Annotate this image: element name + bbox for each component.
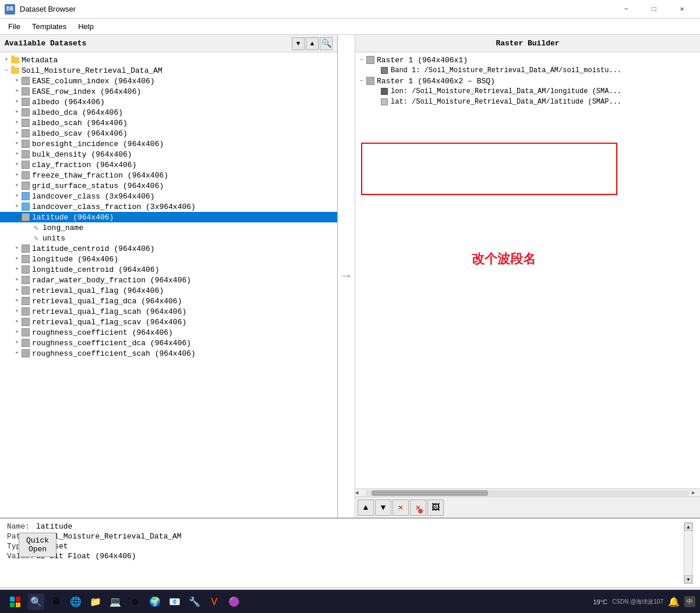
tree-item-albedo_scav[interactable]: +albedo_scav (964x406) xyxy=(0,128,337,139)
expand-roughness_dca[interactable]: + xyxy=(13,339,21,347)
start-button[interactable] xyxy=(5,591,26,612)
hscroll-thumb[interactable] xyxy=(372,490,488,496)
hscroll-left-arrow[interactable]: ◀ xyxy=(355,490,363,496)
tree-item-radar_water[interactable]: +radar_water_body_fraction (964x406) xyxy=(0,275,337,285)
tree-item-roughness_dca[interactable]: +roughness_coefficient_dca (964x406) xyxy=(0,338,337,348)
expand-radar_water[interactable]: + xyxy=(13,276,21,284)
expand-ease_row[interactable]: + xyxy=(13,87,21,95)
tree-item-landcover_fraction[interactable]: +landcover_class_fraction (3x964x406) xyxy=(0,201,337,212)
expand-albedo_scah[interactable]: + xyxy=(13,119,21,127)
tree-item-lon_centroid[interactable]: +longitude_centroid (964x406) xyxy=(0,264,337,275)
tree-item-clay_fraction[interactable]: +clay_fraction (964x406) xyxy=(0,160,337,170)
move-down-button[interactable]: ▼ xyxy=(375,499,391,516)
expand-bulk_density[interactable]: + xyxy=(13,150,21,158)
tree-item-retrieval_qual_scav[interactable]: +retrieval_qual_flag_scav (964x406) xyxy=(0,317,337,327)
delete2-button[interactable]: ✕ xyxy=(410,499,426,516)
info-scroll-down[interactable]: ▼ xyxy=(684,575,692,583)
expand-clay_fraction[interactable]: + xyxy=(13,161,21,169)
hscroll-right-arrow[interactable]: ▶ xyxy=(692,490,700,496)
raster1-expand[interactable]: − xyxy=(358,56,366,64)
menu-templates[interactable]: Templates xyxy=(26,20,72,33)
expand-latitude[interactable]: − xyxy=(13,213,21,221)
expand-retrieval_qual_scav[interactable]: + xyxy=(13,318,21,326)
quick-open-button[interactable]: Quick Open xyxy=(19,533,56,557)
expand-metadata[interactable]: + xyxy=(2,56,10,64)
expand-retrieval_qual_dca[interactable]: + xyxy=(13,297,21,305)
raster2-expand[interactable]: − xyxy=(358,77,366,85)
tree-item-roughness_scah[interactable]: +roughness_coefficient_scah (964x406) xyxy=(0,348,337,359)
tree-item-retrieval_qual_dca[interactable]: +retrieval_qual_flag_dca (964x406) xyxy=(0,296,337,306)
image-button[interactable]: 🖼 xyxy=(427,499,444,516)
expand-freeze_thaw[interactable]: + xyxy=(13,171,21,179)
expand-roughness_coef[interactable]: + xyxy=(13,328,21,336)
expand-soil_moisture[interactable]: − xyxy=(2,66,10,75)
expand-lon_centroid[interactable]: + xyxy=(13,265,21,274)
tree-item-albedo_dca[interactable]: +albedo_dca (964x406) xyxy=(0,107,337,118)
taskbar-icon5[interactable]: ⚙ xyxy=(127,594,143,610)
close-button[interactable]: ✕ xyxy=(669,0,695,19)
expand-lat_centroid[interactable]: + xyxy=(13,245,21,253)
tree-item-albedo[interactable]: +albedo (964x406) xyxy=(0,97,337,107)
maximize-button[interactable]: □ xyxy=(641,0,667,19)
expand-albedo_scav[interactable]: + xyxy=(13,129,21,137)
tree-item-retrieval_qual_scah[interactable]: +retrieval_qual_flag_scah (964x406) xyxy=(0,306,337,317)
taskbar-icon8[interactable]: 🔧 xyxy=(186,594,203,610)
expand-albedo[interactable]: + xyxy=(13,98,21,106)
expand-albedo_dca[interactable]: + xyxy=(13,108,21,116)
tree-item-ease_col[interactable]: +EASE_column_index (964x406) xyxy=(0,76,337,86)
taskbar-search[interactable]: 🔍 xyxy=(28,594,44,610)
menu-help[interactable]: Help xyxy=(72,20,100,33)
hscroll-track[interactable] xyxy=(366,490,690,496)
tree-item-bulk_density[interactable]: +bulk_density (964x406) xyxy=(0,149,337,160)
tree-item-landcover_class[interactable]: +landcover_class (3x964x406) xyxy=(0,191,337,201)
taskbar-icon2[interactable]: 🌐 xyxy=(68,594,84,610)
expand-grid_surface[interactable]: + xyxy=(13,182,21,190)
expand-longitude[interactable]: + xyxy=(13,255,21,263)
search-btn[interactable]: 🔍 xyxy=(320,37,333,50)
tree-item-soil_moisture[interactable]: −Soil_Moisture_Retrieval_Data_AM xyxy=(0,65,337,76)
tree-item-lat_centroid[interactable]: +latitude_centroid (964x406) xyxy=(0,243,337,254)
tree-item-freeze_thaw[interactable]: +freeze_thaw_fraction (964x406) xyxy=(0,170,337,180)
taskbar-notification[interactable]: 🔔 xyxy=(668,596,680,607)
taskbar-icon1[interactable]: 🖥 xyxy=(48,594,64,610)
tree-item-retrieval_qual[interactable]: +retrieval_qual_flag (964x406) xyxy=(0,285,337,296)
tree-item-roughness_coef[interactable]: +roughness_coefficient (964x406) xyxy=(0,327,337,338)
taskbar-icon7[interactable]: 📧 xyxy=(167,594,183,610)
tree-item-longitude[interactable]: +longitude (964x406) xyxy=(0,254,337,264)
taskbar-icon4[interactable]: 💻 xyxy=(107,594,123,610)
tree-item-boresight[interactable]: +boresight_incidence (964x406) xyxy=(0,139,337,149)
right-hscroll[interactable]: ◀ ▶ xyxy=(355,488,700,497)
taskbar-icon6[interactable]: 🌍 xyxy=(147,594,163,610)
expand-boresight[interactable]: + xyxy=(13,140,21,148)
expand-retrieval_qual_scah[interactable]: + xyxy=(13,307,21,316)
minimize-button[interactable]: − xyxy=(613,0,639,19)
expand-btn[interactable]: ▲ xyxy=(306,37,319,50)
info-scroll-up[interactable]: ▲ xyxy=(684,523,692,531)
expand-roughness_scah[interactable]: + xyxy=(13,349,21,357)
collapse-btn[interactable]: ▼ xyxy=(292,37,305,50)
lat-item[interactable]: lat: /Soil_Moisture_Retrieval_Data_AM/la… xyxy=(355,97,700,107)
tree-item-metadata[interactable]: +Metadata xyxy=(0,55,337,65)
raster1-item[interactable]: − Raster 1 (964x406x1) xyxy=(355,55,700,65)
menu-file[interactable]: File xyxy=(2,20,26,33)
band1-item[interactable]: Band 1: /Soil_Moisture_Retrieval_Data_AM… xyxy=(355,65,700,76)
expand-landcover_class[interactable]: + xyxy=(13,192,21,200)
tree-item-units[interactable]: ✎units xyxy=(0,233,337,243)
tree-item-latitude[interactable]: −latitude (964x406) xyxy=(0,212,337,222)
move-up-button[interactable]: ▲ xyxy=(358,499,374,516)
taskbar-icon10[interactable]: 🟣 xyxy=(226,594,242,610)
tree-container[interactable]: +Metadata−Soil_Moisture_Retrieval_Data_A… xyxy=(0,52,337,518)
raster-tree-container[interactable]: − Raster 1 (964x406x1) Band 1: /Soil_Moi… xyxy=(355,52,700,488)
tree-item-albedo_scah[interactable]: +albedo_scah (964x406) xyxy=(0,118,337,128)
tree-item-grid_surface[interactable]: +grid_surface_status (964x406) xyxy=(0,180,337,191)
expand-ease_col[interactable]: + xyxy=(13,77,21,85)
taskbar-icon9[interactable]: V xyxy=(206,594,222,610)
info-scrollbar[interactable]: ▲ ▼ xyxy=(684,522,693,584)
lon-item[interactable]: lon: /Soil_Moisture_Retrieval_Data_AM/lo… xyxy=(355,86,700,97)
tree-item-long_name[interactable]: ✎long_name xyxy=(0,222,337,233)
delete-button[interactable]: ✕ xyxy=(393,499,409,516)
taskbar-icon3[interactable]: 📁 xyxy=(87,594,104,610)
tree-item-ease_row[interactable]: +EASE_row_index (964x406) xyxy=(0,86,337,97)
expand-landcover_fraction[interactable]: + xyxy=(13,203,21,211)
expand-retrieval_qual[interactable]: + xyxy=(13,286,21,295)
